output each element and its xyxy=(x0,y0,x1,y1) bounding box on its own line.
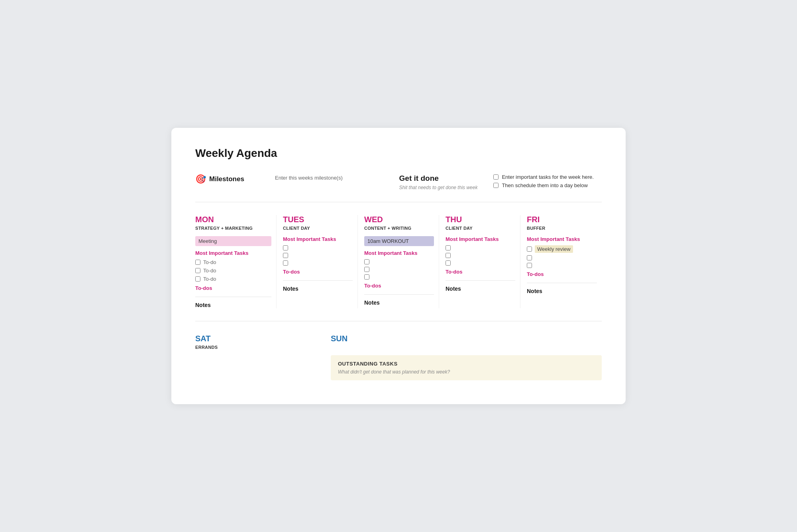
monday-task-1-checkbox[interactable] xyxy=(195,260,200,265)
day-name-tuesday: TUES xyxy=(283,215,353,224)
outstanding-tasks-box: OUTSTANDING TASKS What didn't get done t… xyxy=(331,355,602,380)
monday-checkbox-2: To-do xyxy=(195,268,271,274)
day-friday: FRI BUFFER Most Important Tasks Weekly r… xyxy=(520,215,602,308)
monday-notes-label: Notes xyxy=(195,302,271,308)
day-theme-monday: STRATEGY + MARKETING xyxy=(195,226,271,231)
monday-task-2-checkbox[interactable] xyxy=(195,268,200,273)
wednesday-task-2-checkbox[interactable] xyxy=(364,267,369,272)
monday-event: Meeting xyxy=(195,236,271,246)
tuesday-notes-label: Notes xyxy=(283,286,353,292)
thursday-checkbox-3 xyxy=(446,260,515,266)
milestones-hint: Enter this weeks milestone(s) xyxy=(275,174,383,181)
wednesday-checkbox-1 xyxy=(364,259,434,264)
thursday-task-2-checkbox[interactable] xyxy=(446,253,451,258)
day-theme-wednesday: CONTENT + WRITING xyxy=(364,226,434,231)
friday-task-2-checkbox[interactable] xyxy=(527,255,532,260)
get-it-done-title: Get it done xyxy=(399,174,478,183)
outstanding-subtitle: What didn't get done that was planned fo… xyxy=(338,369,595,375)
weekly-task-item-2: Then schedule them into a day below xyxy=(493,182,602,188)
days-grid: MON STRATEGY + MARKETING Meeting Most Im… xyxy=(195,215,602,321)
wednesday-task-1-checkbox[interactable] xyxy=(364,259,369,264)
wednesday-task-3-checkbox[interactable] xyxy=(364,274,369,280)
day-theme-friday: BUFFER xyxy=(527,226,597,231)
tuesday-mit-label: Most Important Tasks xyxy=(283,236,353,242)
monday-task-3-checkbox[interactable] xyxy=(195,276,200,282)
day-name-wednesday: WED xyxy=(364,215,434,224)
thursday-todos[interactable]: To-dos xyxy=(446,269,515,275)
day-tuesday: TUES CLIENT DAY Most Important Tasks To-… xyxy=(277,215,358,308)
friday-task-3-checkbox[interactable] xyxy=(527,263,532,268)
thursday-checkbox-1 xyxy=(446,245,515,250)
weekly-task-item-1: Enter important tasks for the week here. xyxy=(493,174,602,180)
milestones-section: 🎯 Milestones xyxy=(195,174,259,184)
weekly-task-checkbox-2[interactable] xyxy=(493,183,499,188)
friday-task-1-checkbox[interactable] xyxy=(527,246,532,252)
wednesday-notes-label: Notes xyxy=(364,299,434,306)
thursday-mit-label: Most Important Tasks xyxy=(446,236,515,242)
day-thursday: THU CLIENT DAY Most Important Tasks To-d… xyxy=(439,215,520,308)
target-icon: 🎯 xyxy=(195,174,206,184)
tuesday-checkbox-1 xyxy=(283,245,353,250)
milestones-row: 🎯 Milestones Enter this weeks milestone(… xyxy=(195,174,602,203)
get-it-done-subtitle: Shit that needs to get done this week xyxy=(399,184,478,191)
monday-checkbox-1: To-do xyxy=(195,259,271,265)
tuesday-task-3-checkbox[interactable] xyxy=(283,260,288,266)
tuesday-notes-section: Notes xyxy=(283,280,353,292)
day-name-saturday: SAT xyxy=(195,334,324,343)
monday-todos[interactable]: To-dos xyxy=(195,285,271,291)
friday-mit-label: Most Important Tasks xyxy=(527,236,597,242)
tuesday-checkbox-2 xyxy=(283,253,353,258)
friday-task-1-text: Weekly review xyxy=(535,245,573,253)
wednesday-mit-label: Most Important Tasks xyxy=(364,250,434,256)
day-monday: MON STRATEGY + MARKETING Meeting Most Im… xyxy=(195,215,277,308)
day-sunday: SUN xyxy=(331,334,466,345)
tuesday-task-1-checkbox[interactable] xyxy=(283,245,288,250)
day-wednesday: WED CONTENT + WRITING 10am WORKOUT Most … xyxy=(358,215,439,308)
friday-checkbox-3 xyxy=(527,263,597,268)
outstanding-title: OUTSTANDING TASKS xyxy=(338,361,595,367)
friday-notes-section: Notes xyxy=(527,283,597,294)
day-theme-saturday: ERRANDS xyxy=(195,345,324,350)
day-theme-tuesday: CLIENT DAY xyxy=(283,226,353,231)
bottom-grid: SAT ERRANDS SUN OUTSTANDING TASKS What d… xyxy=(195,334,602,380)
day-name-friday: FRI xyxy=(527,215,597,224)
weekly-agenda-card: Weekly Agenda 🎯 Milestones Enter this we… xyxy=(171,128,626,405)
weekly-tasks-list: Enter important tasks for the week here.… xyxy=(493,174,602,191)
weekly-task-checkbox-1[interactable] xyxy=(493,174,499,180)
friday-todos[interactable]: To-dos xyxy=(527,271,597,277)
friday-notes-label: Notes xyxy=(527,288,597,294)
day-theme-thursday: CLIENT DAY xyxy=(446,226,515,231)
milestones-label: Milestones xyxy=(209,175,244,183)
monday-mit-label: Most Important Tasks xyxy=(195,250,271,256)
friday-checkbox-2 xyxy=(527,255,597,260)
friday-checkbox-1-highlighted: Weekly review xyxy=(527,245,597,253)
day-saturday: SAT ERRANDS xyxy=(195,334,331,355)
day-name-monday: MON xyxy=(195,215,271,224)
wednesday-todos[interactable]: To-dos xyxy=(364,283,434,289)
thursday-notes-label: Notes xyxy=(446,286,515,292)
thursday-task-1-checkbox[interactable] xyxy=(446,245,451,250)
thursday-notes-section: Notes xyxy=(446,280,515,292)
tuesday-task-2-checkbox[interactable] xyxy=(283,253,288,258)
thursday-checkbox-2 xyxy=(446,253,515,258)
wednesday-checkbox-2 xyxy=(364,267,434,272)
wednesday-notes-section: Notes xyxy=(364,294,434,306)
wednesday-checkbox-3 xyxy=(364,274,434,280)
wednesday-event: 10am WORKOUT xyxy=(364,236,434,246)
get-it-done-section: Get it done Shit that needs to get done … xyxy=(399,174,478,191)
tuesday-checkbox-3 xyxy=(283,260,353,266)
day-name-thursday: THU xyxy=(446,215,515,224)
day-name-sunday: SUN xyxy=(331,334,460,343)
page-title: Weekly Agenda xyxy=(195,147,602,160)
thursday-task-3-checkbox[interactable] xyxy=(446,260,451,266)
monday-notes-section: Notes xyxy=(195,297,271,308)
tuesday-todos[interactable]: To-dos xyxy=(283,269,353,275)
monday-checkbox-3: To-do xyxy=(195,276,271,282)
